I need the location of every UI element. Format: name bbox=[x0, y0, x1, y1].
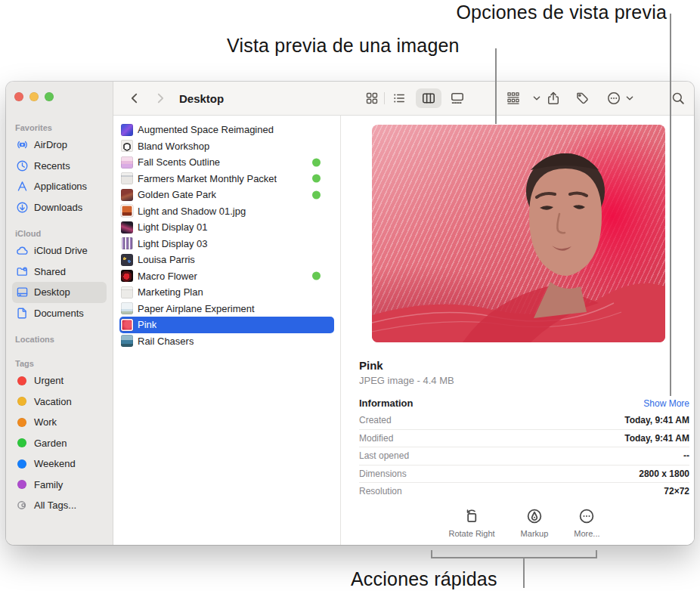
downloads-icon bbox=[15, 200, 29, 214]
gallery-view-icon[interactable] bbox=[451, 91, 465, 106]
sidebar-item-downloads[interactable]: Downloads bbox=[12, 197, 107, 218]
desktop-icon bbox=[15, 286, 29, 299]
file-row-bland-workshop[interactable]: Bland Workshop bbox=[119, 138, 334, 155]
info-value: 2800 x 1800 bbox=[639, 469, 689, 479]
file-thumbnail-icon bbox=[121, 205, 133, 217]
sidebar-section-icloud: iCloudiCloud DriveSharedDesktopDocuments bbox=[6, 227, 113, 323]
file-name: Light and Shadow 01.jpg bbox=[138, 206, 246, 217]
chevron-down-icon[interactable] bbox=[532, 94, 541, 103]
file-thumbnail-icon bbox=[121, 254, 133, 266]
callout-preview-options: Opciones de vista previa bbox=[456, 2, 667, 23]
file-thumbnail-icon bbox=[121, 156, 133, 169]
shared-icon bbox=[15, 264, 29, 278]
sidebar-item-airdrop[interactable]: AirDrop bbox=[12, 135, 107, 156]
more-button[interactable]: More... bbox=[574, 507, 599, 538]
sidebar-sections: FavoritesAirDropRecentsApplicationsDownl… bbox=[6, 121, 113, 516]
search-icon[interactable] bbox=[671, 91, 686, 106]
file-list: Augmented Space ReimaginedBland Workshop… bbox=[113, 116, 341, 545]
info-label: Last opened bbox=[359, 450, 409, 461]
file-row-light-display-01[interactable]: Light Display 01 bbox=[119, 219, 334, 236]
preview-image bbox=[372, 125, 665, 342]
file-row-louisa-parris[interactable]: Louisa Parris bbox=[119, 252, 334, 268]
sidebar-item-label: Family bbox=[34, 479, 63, 490]
callout-line-preview-options bbox=[670, 14, 671, 396]
file-row-farmers-market-monthly-packet[interactable]: Farmers Market Monthly Packet bbox=[119, 171, 334, 187]
file-thumbnail-icon bbox=[121, 189, 133, 201]
sidebar-item-weekend[interactable]: Weekend bbox=[12, 453, 107, 475]
info-value: -- bbox=[683, 450, 689, 461]
info-value: 72×72 bbox=[664, 486, 689, 496]
rotate-icon bbox=[463, 507, 480, 525]
sidebar-item-icloud-drive[interactable]: iCloud Drive bbox=[12, 240, 107, 261]
file-name: Fall Scents Outline bbox=[138, 156, 220, 168]
callout-quick-actions: Acciones rápidas bbox=[351, 568, 497, 590]
green-status-dot bbox=[312, 175, 321, 183]
file-name: Rail Chasers bbox=[138, 336, 194, 347]
more-icon bbox=[578, 507, 595, 525]
sidebar-item-vacation[interactable]: Vacation bbox=[12, 391, 107, 413]
quick-actions-bracket bbox=[431, 550, 597, 558]
info-row-dimensions: Dimensions2800 x 1800 bbox=[359, 466, 689, 484]
file-row-rail-chasers[interactable]: Rail Chasers bbox=[119, 333, 334, 350]
file-row-marketing-plan[interactable]: Marketing Plan bbox=[119, 284, 334, 301]
markup-icon bbox=[526, 507, 543, 525]
group-icon[interactable] bbox=[506, 91, 521, 106]
forward-button[interactable] bbox=[153, 91, 167, 105]
close-button[interactable] bbox=[14, 92, 23, 101]
file-thumbnail-icon bbox=[121, 302, 133, 314]
file-row-paper-airplane-experiment[interactable]: Paper Airplane Experiment bbox=[119, 301, 334, 317]
sidebar-item-label: Urgent bbox=[34, 375, 63, 386]
more-actions-icon[interactable] bbox=[607, 91, 621, 106]
file-row-golden-gate-park[interactable]: Golden Gate Park bbox=[119, 187, 334, 203]
file-row-light-display-03[interactable]: Light Display 03 bbox=[119, 236, 334, 252]
markup-button[interactable]: Markup bbox=[521, 507, 549, 538]
file-row-pink[interactable]: Pink bbox=[119, 317, 334, 333]
file-thumbnail-icon bbox=[121, 319, 133, 331]
callout-line-image-preview bbox=[495, 48, 497, 124]
sidebar-item-urgent[interactable]: Urgent bbox=[12, 370, 107, 391]
quick-actions: Rotate RightMarkupMore... bbox=[359, 507, 689, 538]
sidebar-item-applications[interactable]: Applications bbox=[12, 176, 107, 197]
file-row-fall-scents-outline[interactable]: Fall Scents Outline bbox=[119, 154, 334, 171]
documents-icon bbox=[15, 306, 29, 320]
info-value: Today, 9:41 AM bbox=[624, 433, 689, 444]
tag-color-dot bbox=[17, 397, 26, 406]
file-row-macro-flower[interactable]: Macro Flower bbox=[119, 268, 334, 285]
icloud-icon bbox=[15, 244, 29, 258]
info-row-modified: ModifiedToday, 9:41 AM bbox=[359, 430, 689, 448]
sidebar-item-label: AirDrop bbox=[34, 139, 67, 150]
information-header: Information bbox=[359, 397, 413, 409]
toolbar-divider bbox=[384, 92, 385, 104]
chevron-down-icon[interactable] bbox=[625, 94, 634, 103]
sidebar-item-work[interactable]: Work bbox=[12, 412, 107, 433]
file-name: Farmers Market Monthly Packet bbox=[138, 173, 277, 184]
info-label: Created bbox=[359, 415, 392, 425]
file-row-light-and-shadow-01-jpg[interactable]: Light and Shadow 01.jpg bbox=[119, 203, 334, 220]
column-view-icon[interactable] bbox=[422, 91, 436, 106]
sidebar-item-documents[interactable]: Documents bbox=[12, 303, 107, 324]
list-view-icon[interactable] bbox=[392, 91, 406, 105]
sidebar-item-garden[interactable]: Garden bbox=[12, 433, 107, 454]
file-row-augmented-space-reimagined[interactable]: Augmented Space Reimagined bbox=[119, 122, 334, 138]
sidebar-item-desktop[interactable]: Desktop bbox=[12, 282, 107, 303]
tag-color-dot bbox=[17, 438, 26, 447]
icon-view-icon[interactable] bbox=[365, 91, 379, 105]
sidebar-item-all-tags[interactable]: All Tags... bbox=[12, 495, 107, 516]
share-icon[interactable] bbox=[547, 91, 561, 106]
airdrop-icon bbox=[15, 138, 29, 152]
file-thumbnail-icon bbox=[121, 140, 133, 152]
info-row-resolution: Resolution72×72 bbox=[359, 483, 689, 500]
sidebar-item-family[interactable]: Family bbox=[12, 475, 107, 496]
show-more-link[interactable]: Show More bbox=[643, 398, 689, 409]
sidebar-item-shared[interactable]: Shared bbox=[12, 261, 107, 283]
rotate-right-button[interactable]: Rotate Right bbox=[448, 507, 494, 538]
sidebar-item-label: Work bbox=[34, 416, 57, 428]
back-button[interactable] bbox=[128, 91, 141, 105]
sidebar-item-recents[interactable]: Recents bbox=[12, 156, 107, 177]
file-thumbnail-icon bbox=[121, 221, 133, 234]
all-tags-icon bbox=[15, 499, 29, 512]
sidebar-item-label: Documents bbox=[34, 308, 84, 319]
tag-icon[interactable] bbox=[575, 91, 590, 106]
zoom-button[interactable] bbox=[45, 92, 54, 101]
minimize-button[interactable] bbox=[29, 92, 39, 101]
